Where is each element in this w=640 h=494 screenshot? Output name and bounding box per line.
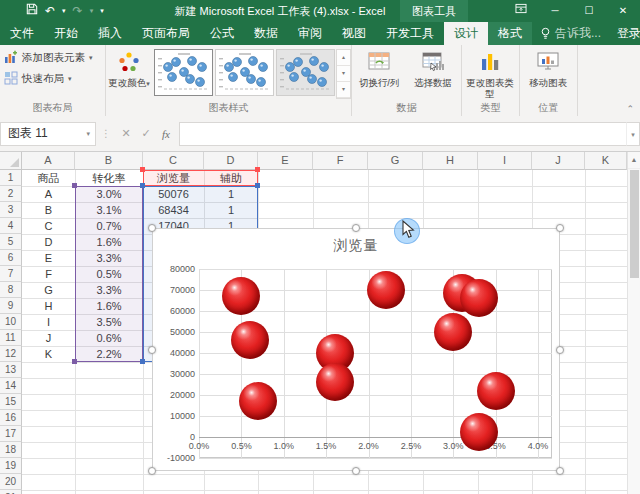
cell-B4[interactable]: 0.7% (75, 218, 143, 234)
switch-row-column-button[interactable]: 切换行/列 (352, 45, 406, 88)
move-chart-button[interactable]: 移动图表 (520, 45, 576, 88)
cell-A3[interactable]: B (22, 202, 75, 218)
redo-icon[interactable]: ↷ (73, 0, 83, 22)
row-header-18[interactable]: 18 (0, 442, 22, 458)
tab-插入[interactable]: 插入 (88, 22, 132, 45)
row-header-19[interactable]: 19 (0, 458, 22, 474)
chart-selection-handle[interactable] (556, 346, 564, 354)
change-chart-type-button[interactable]: 更改图表类型 (462, 45, 518, 99)
row-header-16[interactable]: 16 (0, 410, 22, 426)
cell-B1[interactable]: 转化率 (75, 170, 143, 186)
chart-selection-handle[interactable] (148, 346, 156, 354)
row-header-12[interactable]: 12 (0, 346, 22, 362)
tab-设计[interactable]: 设计 (444, 22, 488, 45)
cell-B11[interactable]: 0.6% (75, 330, 143, 346)
row-header-2[interactable]: 2 (0, 186, 22, 202)
cell-A9[interactable]: H (22, 298, 75, 314)
row-header-11[interactable]: 11 (0, 330, 22, 346)
cell-B5[interactable]: 1.6% (75, 234, 143, 250)
tab-开发工具[interactable]: 开发工具 (376, 22, 444, 45)
row-header-13[interactable]: 13 (0, 362, 22, 378)
chart-selection-handle[interactable] (352, 467, 360, 475)
select-data-button[interactable]: 选择数据 (406, 45, 460, 88)
chart-selection-handle[interactable] (352, 224, 360, 232)
tab-数据[interactable]: 数据 (244, 22, 288, 45)
column-header-I[interactable]: I (478, 152, 532, 170)
save-icon[interactable] (26, 0, 38, 22)
chart-title[interactable]: 浏览量 (153, 237, 559, 255)
cell-D2[interactable]: 1 (204, 186, 258, 202)
column-header-K[interactable]: K (585, 152, 627, 170)
formula-input[interactable] (179, 122, 626, 146)
chart-selection-handle[interactable] (148, 224, 156, 232)
tab-格式[interactable]: 格式 (488, 22, 532, 45)
cell-B12[interactable]: 2.2% (75, 346, 143, 362)
row-header-1[interactable]: 1 (0, 170, 22, 186)
vertical-scrollbar[interactable]: ▲ (627, 152, 640, 494)
worksheet-grid[interactable]: ABCDEFGHIJK12345678910111213141516171819… (0, 152, 640, 494)
cell-A12[interactable]: K (22, 346, 75, 362)
tab-开始[interactable]: 开始 (44, 22, 88, 45)
chart-style-thumbnail-1[interactable] (154, 49, 213, 96)
bubble-K[interactable] (367, 271, 405, 309)
column-header-D[interactable]: D (204, 152, 258, 170)
cell-C3[interactable]: 68434 (143, 202, 204, 218)
cancel-entry-icon[interactable]: ✕ (116, 127, 136, 140)
tab-公式[interactable]: 公式 (200, 22, 244, 45)
chart-selection-handle[interactable] (556, 224, 564, 232)
cell-B6[interactable]: 3.3% (75, 250, 143, 266)
cell-B7[interactable]: 0.5% (75, 266, 143, 282)
formula-bar-expand-icon[interactable]: ▾ (626, 122, 640, 146)
quick-layout-button[interactable]: 快速布局 ▾ (4, 71, 101, 87)
chart-selection-handle[interactable] (148, 467, 156, 475)
row-header-10[interactable]: 10 (0, 314, 22, 330)
row-header-21[interactable]: 21 (0, 490, 22, 494)
cell-A5[interactable]: D (22, 234, 75, 250)
cell-B10[interactable]: 3.5% (75, 314, 143, 330)
column-header-B[interactable]: B (75, 152, 143, 170)
row-header-6[interactable]: 6 (0, 250, 22, 266)
cell-D3[interactable]: 1 (204, 202, 258, 218)
ribbon-display-options-icon[interactable] (504, 0, 538, 22)
tab-文件[interactable]: 文件 (0, 22, 44, 45)
formula-bar-splitter-icon[interactable]: ⋮ (96, 128, 116, 139)
undo-icon[interactable]: ↶ (45, 0, 55, 22)
column-header-F[interactable]: F (313, 152, 368, 170)
bubble-I[interactable] (477, 372, 515, 410)
row-header-15[interactable]: 15 (0, 394, 22, 410)
tab-告诉我...[interactable]: 告诉我... (532, 22, 609, 45)
customize-qat-icon[interactable]: ▾ (100, 7, 104, 15)
cell-B8[interactable]: 3.3% (75, 282, 143, 298)
gallery-up-icon[interactable]: ▴ (337, 50, 350, 66)
row-header-4[interactable]: 4 (0, 218, 22, 234)
cell-A6[interactable]: E (22, 250, 75, 266)
row-header-9[interactable]: 9 (0, 298, 22, 314)
row-header-3[interactable]: 3 (0, 202, 22, 218)
cell-C1[interactable]: 浏览量 (143, 170, 204, 186)
name-box[interactable]: 图表 11 ▾ (0, 122, 96, 146)
scrollbar-thumb[interactable] (630, 170, 639, 278)
close-icon[interactable]: ✕ (606, 0, 640, 22)
scroll-up-icon[interactable]: ▲ (628, 152, 640, 169)
cell-D1[interactable]: 辅助 (204, 170, 258, 186)
row-header-8[interactable]: 8 (0, 282, 22, 298)
chart-style-thumbnail-2[interactable] (215, 49, 274, 96)
cell-B2[interactable]: 3.0% (75, 186, 143, 202)
chart-style-thumbnail-3[interactable] (276, 49, 335, 96)
bubble-chart[interactable]: 浏览量0.0%0.5%1.0%1.5%2.0%2.5%3.0%3.5%4.0%-… (152, 228, 560, 471)
row-header-7[interactable]: 7 (0, 266, 22, 282)
row-header-14[interactable]: 14 (0, 378, 22, 394)
cell-A2[interactable]: A (22, 186, 75, 202)
cell-A4[interactable]: C (22, 218, 75, 234)
column-header-G[interactable]: G (368, 152, 423, 170)
cell-A10[interactable]: I (22, 314, 75, 330)
add-chart-element-button[interactable]: 添加图表元素 ▾ (4, 50, 101, 66)
collapse-ribbon-icon[interactable]: ⌃ (626, 104, 634, 114)
gallery-more-icon[interactable]: ▾ (337, 82, 350, 98)
bubble-A[interactable] (434, 313, 472, 351)
redo-caret-icon[interactable]: ▾ (90, 7, 94, 15)
row-header-20[interactable]: 20 (0, 474, 22, 490)
cell-C2[interactable]: 50076 (143, 186, 204, 202)
minimize-icon[interactable]: ─ (538, 0, 572, 22)
gallery-down-icon[interactable]: ▾ (337, 66, 350, 82)
